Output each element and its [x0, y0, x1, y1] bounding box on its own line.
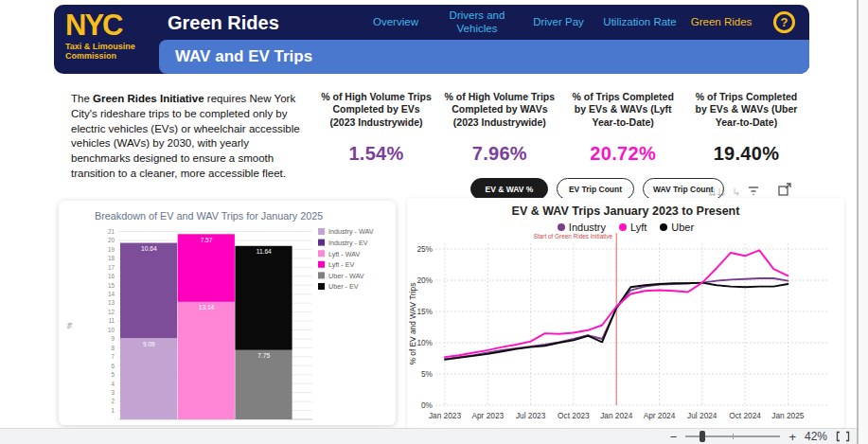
kpi-value: 1.54% [319, 143, 434, 165]
bar-segment-industry-wav[interactable] [120, 338, 177, 419]
x-tick-label: Jul 2023 [516, 411, 546, 420]
y-tick-label: 21 [108, 228, 115, 235]
y-tick-label: 18 [108, 255, 115, 261]
legend-label[interactable]: Industry - EV [328, 239, 368, 247]
bar-segment-lyft-ev[interactable] [178, 234, 235, 302]
x-tick-label: Apr 2024 [644, 411, 676, 420]
x-tick-label: Jul 2024 [687, 411, 717, 420]
bar-segment-label: 10.64 [141, 245, 157, 252]
legend-swatch [318, 240, 325, 246]
y-tick-label: 5 [111, 371, 115, 378]
zoom-slider-tick [733, 434, 734, 439]
stacked-bar-chart[interactable]: 123456789101112131415161718192021%9.0910… [59, 201, 396, 425]
y-tick-label: 10% [416, 338, 433, 347]
kpi-value: 19.40% [689, 143, 804, 165]
x-tick-label: Oct 2023 [558, 411, 590, 420]
bar-segment-uber-wav[interactable] [235, 350, 292, 419]
legend-swatch [318, 228, 325, 235]
line-chart[interactable]: Jan 2023Apr 2023Jul 2023Oct 2023Jan 2024… [407, 198, 844, 428]
logo-line-2: Commission [65, 51, 169, 62]
legend-label[interactable]: Uber - EV [328, 282, 359, 291]
legend-label[interactable]: Uber - WAV [328, 272, 364, 280]
y-tick-label: 9 [111, 335, 115, 342]
zoom-level: 42% [805, 430, 827, 443]
y-tick-label: 16 [108, 273, 115, 279]
top-nav: Overview Drivers and Vehicles Driver Pay… [355, 5, 762, 40]
intro-text: The Green Rides Initiative requires New … [71, 92, 306, 182]
filter-icon[interactable] [746, 183, 761, 198]
x-tick-label: Oct 2024 [729, 411, 761, 420]
kpi-value: 20.72% [566, 143, 681, 165]
zoom-slider[interactable] [685, 435, 780, 437]
kpi-value: 7.96% [442, 143, 557, 165]
intro-prefix: The [71, 93, 93, 104]
y-tick-label: 17 [108, 264, 115, 271]
nyc-tlc-logo: NYC Taxi & Limousine Commission [65, 10, 169, 62]
logo-line-1: Taxi & Limousine [65, 42, 169, 52]
y-tick-label: 8 [111, 345, 115, 351]
line-chart-card: EV & WAV Trips January 2023 to Present I… [407, 198, 844, 428]
y-tick-label: 3 [111, 389, 115, 396]
vertical-scrollbar[interactable] [857, 0, 868, 444]
y-tick-label: 20% [416, 275, 433, 285]
sub-page-title: WAV and EV Trips [175, 47, 312, 66]
kpi-label: % of Trips Completed by EVs & WAVs (Lyft… [566, 91, 681, 129]
legend-label[interactable]: Lyft - EV [328, 260, 354, 269]
zoom-bar: − + 42% [0, 428, 857, 444]
y-tick-label: 19 [108, 246, 115, 253]
kpi-uber-ytd: % of Trips Completed by EVs & WAVs (Uber… [689, 91, 804, 165]
intro-suffix: requires New York City's rideshare trips… [71, 93, 300, 179]
nav-item-utilization-rate[interactable]: Utilization Rate [599, 16, 681, 28]
legend-label[interactable]: Industry - WAV [328, 227, 374, 236]
help-icon[interactable]: ? [773, 11, 795, 33]
y-axis-title: % [66, 323, 73, 329]
bar-segment-industry-ev[interactable] [120, 243, 177, 339]
app-header: NYC Taxi & Limousine Commission Green Ri… [54, 5, 809, 74]
zoom-in-icon[interactable]: + [788, 431, 796, 443]
bar-segment-uber-ev[interactable] [235, 246, 292, 350]
bar-segment-lyft-wav[interactable] [178, 302, 235, 419]
kpi-label: % of High Volume Trips Completed by EVs … [319, 91, 434, 129]
toggle-ev-wav-percent[interactable]: EV & WAV % [470, 178, 548, 200]
y-tick-label: 7 [111, 353, 115, 360]
legend-label[interactable]: Lyft - WAV [328, 250, 360, 258]
page-title: Green Rides [168, 12, 279, 34]
x-tick-label: Jan 2024 [600, 411, 633, 420]
x-tick-label: Jan 2025 [771, 411, 805, 420]
y-tick-label: 2 [111, 398, 115, 404]
kpi-row: % of High Volume Trips Completed by EVs … [319, 91, 804, 165]
y-tick-label: 10 [108, 327, 115, 333]
fit-to-page-icon[interactable] [836, 431, 850, 442]
kpi-lyft-ytd: % of Trips Completed by EVs & WAVs (Lyft… [566, 91, 681, 165]
toggle-ev-trip-count[interactable]: EV Trip Count [557, 178, 634, 200]
y-tick-label: 25% [416, 244, 433, 254]
bar-segment-label: 7.57 [201, 237, 213, 243]
y-tick-label: 15 [108, 282, 115, 289]
x-tick-label: Jan 2023 [429, 411, 462, 420]
intro-bold: Green Rides Initiative [93, 93, 204, 104]
bar-segment-label: 7.75 [257, 352, 270, 359]
metric-toggle-group: EV & WAV % EV Trip Count WAV Trip Count [470, 178, 724, 200]
zoom-slider-thumb[interactable] [700, 431, 705, 442]
legend-swatch [318, 283, 325, 290]
zoom-out-icon[interactable]: − [670, 431, 678, 443]
nav-item-driver-pay[interactable]: Driver Pay [518, 16, 599, 28]
kpi-label: % of Trips Completed by EVs & WAVs (Uber… [689, 91, 804, 129]
y-tick-label: 0% [421, 400, 434, 410]
bar-segment-label: 9.09 [143, 341, 155, 347]
legend-swatch [318, 250, 325, 257]
y-tick-label: 11 [108, 317, 115, 324]
kpi-wav-industrywide: % of High Volume Trips Completed by WAVs… [442, 91, 557, 165]
x-tick-label: Apr 2023 [471, 411, 504, 420]
y-tick-label: 6 [111, 363, 115, 369]
y-tick-label: 1 [111, 407, 115, 414]
focus-mode-icon[interactable] [776, 181, 793, 198]
legend-swatch [318, 272, 325, 278]
nav-item-drivers-and-vehicles[interactable]: Drivers and Vehicles [436, 9, 518, 34]
nav-item-overview[interactable]: Overview [355, 16, 436, 28]
nav-item-green-rides[interactable]: Green Rides [681, 16, 762, 28]
y-axis-title: % of EV and WAV Trips [408, 283, 417, 365]
sub-header: WAV and EV Trips [159, 40, 809, 74]
y-tick-label: 4 [111, 381, 115, 387]
kpi-ev-industrywide: % of High Volume Trips Completed by EVs … [319, 91, 434, 165]
